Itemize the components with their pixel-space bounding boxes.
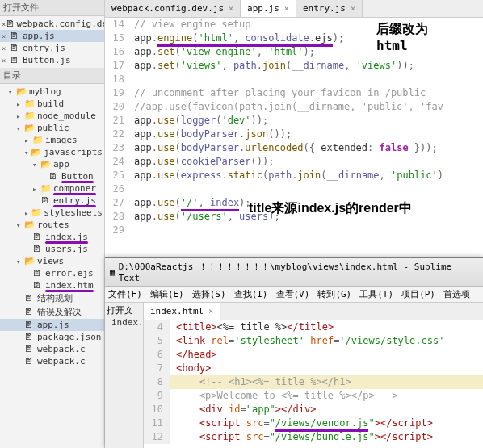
- sublime-titlebar[interactable]: ▦ D:\000aReactjs ！！！！！！！！\myblog\views\i…: [105, 258, 483, 287]
- line-number: 29: [105, 224, 131, 237]
- line-number: 16: [105, 45, 131, 59]
- open-file-item[interactable]: ×🖹webpack.config.dev: [0, 18, 104, 30]
- editor-tab[interactable]: app.js×: [241, 0, 296, 17]
- tree-folder[interactable]: ▾📂public: [0, 122, 104, 134]
- editor-tab[interactable]: webpack.config.dev.js×: [105, 0, 241, 17]
- code-line: 12 <script src="/views/bundle.js"></scri…: [144, 430, 483, 444]
- code-line: 4<title><%= title %></title>: [144, 320, 483, 334]
- sublime-icon: ▦: [110, 267, 116, 278]
- code-line: 10 <div id="app"></div>: [144, 403, 483, 417]
- sublime-open-files-header: 打开文: [107, 304, 141, 316]
- line-number: 17: [105, 59, 131, 73]
- tree-folder[interactable]: ▾📂javascripts: [0, 146, 104, 158]
- close-icon[interactable]: ×: [208, 307, 213, 316]
- line-number: 24: [105, 155, 131, 169]
- code-line: 27app.use('/', index);: [105, 196, 483, 210]
- line-number: 26: [105, 182, 131, 196]
- menu-item[interactable]: 转到(G): [317, 288, 351, 300]
- line-number: 12: [144, 430, 170, 444]
- open-file-item[interactable]: ×🖹entry.js: [0, 42, 104, 54]
- sublime-side-item[interactable]: index.h: [107, 316, 141, 329]
- tree-folder[interactable]: ▸📁node_module: [0, 110, 104, 122]
- tree-folder[interactable]: ▸📁stylesheets: [0, 207, 104, 219]
- tree-file[interactable]: 🖹index.htm: [0, 279, 104, 291]
- tree-file[interactable]: 🖹users.js: [0, 243, 104, 255]
- tree-file[interactable]: 🖹error.ejs: [0, 267, 104, 279]
- tree-file[interactable]: 🖹结构规划: [0, 291, 104, 305]
- code-line: 11 <script src="/views/vendor.js"></scri…: [144, 417, 483, 430]
- menu-item[interactable]: 文件(F): [108, 288, 142, 300]
- line-number: 5: [144, 334, 170, 348]
- code-line: 29: [105, 224, 483, 237]
- tree-file[interactable]: 🖹index.js: [0, 231, 104, 243]
- tree-folder[interactable]: ▾📂routes: [0, 219, 104, 231]
- line-number: 6: [144, 348, 170, 362]
- menu-item[interactable]: 项目(P): [401, 288, 435, 300]
- tree-file[interactable]: 🖹app.js: [0, 319, 104, 331]
- code-line: 18: [105, 73, 483, 86]
- line-number: 19: [105, 86, 131, 100]
- code-line: 16app.set('view engine', 'html');: [105, 45, 483, 59]
- sublime-window: ▦ D:\000aReactjs ！！！！！！！！\myblog\views\i…: [105, 257, 483, 448]
- tree-folder[interactable]: ▸📁componer: [0, 182, 104, 195]
- line-number: 8: [144, 375, 170, 389]
- sublime-sidebar: 打开文 index.h: [105, 303, 144, 448]
- line-number: 4: [144, 320, 170, 334]
- menu-item[interactable]: 首选项: [443, 288, 470, 300]
- code-line: 15app.engine('html', consolidate.ejs);: [105, 31, 483, 45]
- open-files-header: 打开文件: [0, 0, 104, 16]
- line-number: 14: [105, 18, 131, 31]
- tree-file[interactable]: 🖹错误及解决: [0, 305, 104, 319]
- sublime-editor[interactable]: 4<title><%= title %></title>5<link rel='…: [144, 320, 483, 448]
- sublime-menubar[interactable]: 文件(F)编辑(E)选择(S)查找(I)查看(V)转到(G)工具(T)项目(P)…: [105, 287, 483, 303]
- editor-tab[interactable]: entry.js×: [296, 0, 363, 17]
- open-files-list: ×🖹webpack.config.dev×🖹app.js×🖹entry.js×🖹…: [0, 16, 104, 68]
- line-number: 15: [105, 31, 131, 45]
- line-number: 28: [105, 210, 131, 224]
- tree-file[interactable]: 🖹webpack.c: [0, 355, 104, 367]
- menu-item[interactable]: 查找(I): [234, 288, 268, 300]
- code-line: 6</head>: [144, 348, 483, 362]
- tree-folder[interactable]: ▾📂views: [0, 255, 104, 267]
- tree-file[interactable]: 🖹entry.js: [0, 195, 104, 207]
- code-line: 20//app.use(favicon(path.join(__dirname,…: [105, 100, 483, 114]
- code-line: 5<link rel='stylesheet' href='/views/sty…: [144, 334, 483, 348]
- code-line: 25app.use(express.static(path.join(__dir…: [105, 169, 483, 182]
- open-file-item[interactable]: ×🖹app.js: [0, 30, 104, 42]
- tree-file[interactable]: 🖹package.json: [0, 331, 104, 343]
- sublime-tab-index[interactable]: index.html ×: [144, 303, 220, 320]
- sublime-title-text: D:\000aReactjs ！！！！！！！！\myblog\views\ind…: [119, 261, 478, 283]
- folders-header: 目录: [0, 68, 104, 84]
- line-number: 7: [144, 362, 170, 375]
- code-line: 17app.set('views', path.join(__dirname, …: [105, 59, 483, 73]
- line-number: 11: [144, 417, 170, 430]
- close-icon[interactable]: ×: [284, 4, 289, 13]
- tree-folder[interactable]: ▸📁build: [0, 98, 104, 110]
- line-number: 18: [105, 73, 131, 86]
- open-file-item[interactable]: ×🖹Button.js: [0, 54, 104, 66]
- sidebar: 打开文件 ×🖹webpack.config.dev×🖹app.js×🖹entry…: [0, 0, 105, 448]
- tree-folder[interactable]: ▸📁images: [0, 134, 104, 146]
- tree-folder[interactable]: ▾📂myblog: [0, 86, 104, 98]
- menu-item[interactable]: 查看(V): [276, 288, 310, 300]
- line-number: 22: [105, 128, 131, 141]
- sublime-tabbar: index.html ×: [144, 303, 483, 320]
- code-line: 19// uncomment after placing your favico…: [105, 86, 483, 100]
- menu-item[interactable]: 工具(T): [359, 288, 393, 300]
- tree-file[interactable]: 🖹webpack.c: [0, 343, 104, 355]
- menu-item[interactable]: 选择(S): [192, 288, 226, 300]
- line-number: 23: [105, 141, 131, 155]
- code-line: 7<body>: [144, 362, 483, 375]
- tree-file[interactable]: 🖹Button: [0, 170, 104, 182]
- line-number: 25: [105, 169, 131, 182]
- line-number: 21: [105, 114, 131, 128]
- tree-folder[interactable]: ▾📂app: [0, 158, 104, 170]
- menu-item[interactable]: 编辑(E): [150, 288, 184, 300]
- close-icon[interactable]: ×: [229, 4, 233, 13]
- code-line: 22app.use(bodyParser.json());: [105, 128, 483, 141]
- code-line: 8 <!-- <h1><%= title %></h1>: [144, 375, 483, 389]
- code-line: 14// view engine setup: [105, 18, 483, 31]
- code-line: 23app.use(bodyParser.urlencoded({ extend…: [105, 141, 483, 155]
- folder-tree: ▾📂myblog▸📁build▸📁node_module▾📂public▸📁im…: [0, 84, 104, 369]
- close-icon[interactable]: ×: [351, 4, 355, 13]
